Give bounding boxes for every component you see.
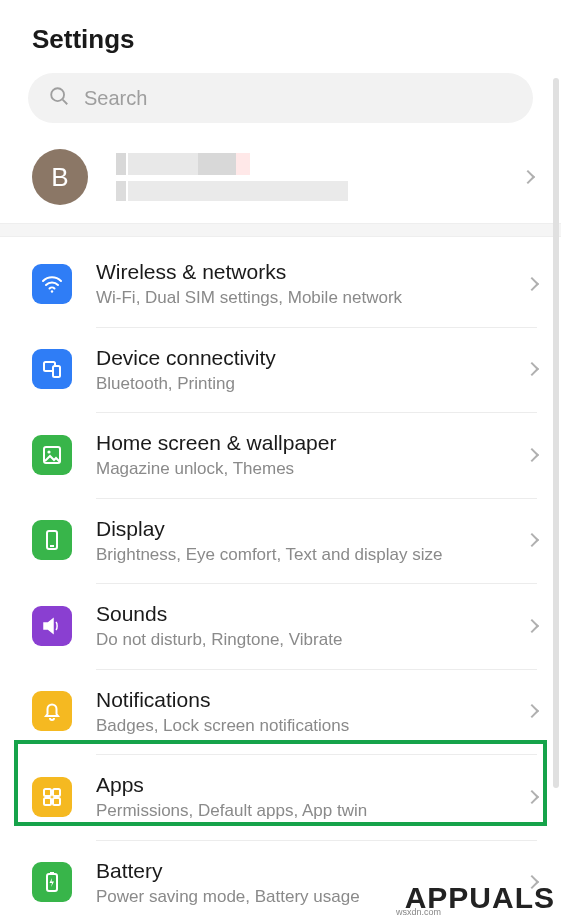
item-sounds[interactable]: Sounds Do not disturb, Ringtone, Vibrate xyxy=(0,583,561,669)
svg-point-2 xyxy=(51,290,53,292)
apps-icon xyxy=(32,777,72,817)
settings-list: Wireless & networks Wi-Fi, Dual SIM sett… xyxy=(0,237,561,917)
item-sub: Bluetooth, Printing xyxy=(96,373,527,394)
item-sub: Permissions, Default apps, App twin xyxy=(96,800,527,821)
item-apps[interactable]: Apps Permissions, Default apps, App twin xyxy=(0,754,561,840)
svg-rect-14 xyxy=(50,872,54,874)
chevron-right-icon xyxy=(525,704,539,718)
header: Settings xyxy=(0,0,561,73)
svg-rect-11 xyxy=(44,798,51,805)
account-text-redacted xyxy=(116,153,523,201)
account-row[interactable]: B xyxy=(0,137,561,223)
item-title: Sounds xyxy=(96,601,527,627)
item-title: Display xyxy=(96,516,527,542)
chevron-right-icon xyxy=(525,533,539,547)
chevron-right-icon xyxy=(525,448,539,462)
item-title: Device connectivity xyxy=(96,345,527,371)
item-title: Battery xyxy=(96,858,527,884)
display-icon xyxy=(32,520,72,560)
svg-rect-9 xyxy=(44,789,51,796)
scrollbar-track[interactable] xyxy=(553,78,559,788)
item-device-connectivity[interactable]: Device connectivity Bluetooth, Printing xyxy=(0,327,561,413)
svg-rect-12 xyxy=(53,798,60,805)
sounds-icon xyxy=(32,606,72,646)
battery-icon xyxy=(32,862,72,902)
search-bar[interactable] xyxy=(28,73,533,123)
wifi-icon xyxy=(32,264,72,304)
svg-line-1 xyxy=(63,100,68,105)
avatar: B xyxy=(32,149,88,205)
item-notifications[interactable]: Notifications Badges, Lock screen notifi… xyxy=(0,669,561,755)
svg-rect-10 xyxy=(53,789,60,796)
chevron-right-icon xyxy=(525,790,539,804)
watermark: APPUALS xyxy=(405,881,555,915)
item-title: Wireless & networks xyxy=(96,259,527,285)
item-sub: Brightness, Eye comfort, Text and displa… xyxy=(96,544,527,565)
svg-point-0 xyxy=(51,88,64,101)
item-sub: Wi-Fi, Dual SIM settings, Mobile network xyxy=(96,287,527,308)
svg-rect-4 xyxy=(53,366,60,377)
item-sub: Magazine unlock, Themes xyxy=(96,458,527,479)
item-title: Apps xyxy=(96,772,527,798)
search-input[interactable] xyxy=(84,87,513,110)
chevron-right-icon xyxy=(521,170,535,184)
item-title: Notifications xyxy=(96,687,527,713)
item-home-screen[interactable]: Home screen & wallpaper Magazine unlock,… xyxy=(0,412,561,498)
item-sub: Do not disturb, Ringtone, Vibrate xyxy=(96,629,527,650)
item-title: Home screen & wallpaper xyxy=(96,430,527,456)
item-display[interactable]: Display Brightness, Eye comfort, Text an… xyxy=(0,498,561,584)
page-title: Settings xyxy=(32,24,529,55)
bell-icon xyxy=(32,691,72,731)
device-connectivity-icon xyxy=(32,349,72,389)
settings-screen: Settings B xyxy=(0,0,561,917)
chevron-right-icon xyxy=(525,277,539,291)
svg-point-6 xyxy=(47,450,50,453)
item-wireless[interactable]: Wireless & networks Wi-Fi, Dual SIM sett… xyxy=(0,241,561,327)
item-sub: Badges, Lock screen notifications xyxy=(96,715,527,736)
chevron-right-icon xyxy=(525,362,539,376)
search-icon xyxy=(48,85,70,111)
section-divider xyxy=(0,223,561,237)
chevron-right-icon xyxy=(525,619,539,633)
wallpaper-icon xyxy=(32,435,72,475)
